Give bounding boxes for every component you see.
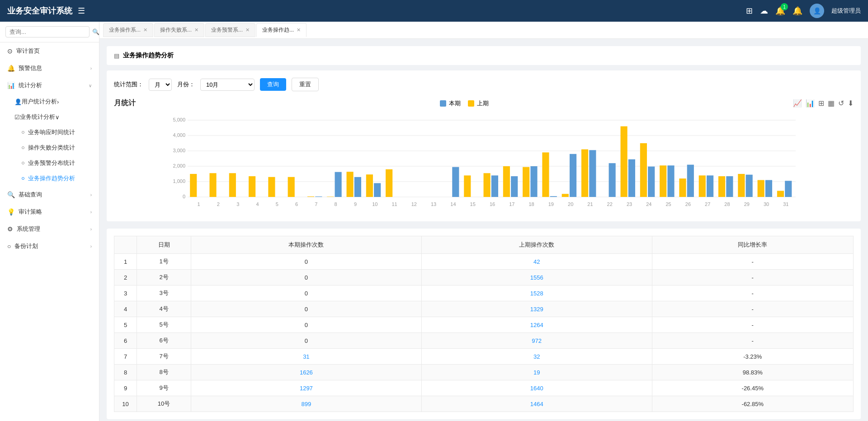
cell-prev[interactable]: 32 xyxy=(421,349,652,365)
sidebar-item-biz-stats[interactable]: ☑ 业务统计分析 ∨ xyxy=(7,109,99,125)
cell-date: 10号 xyxy=(137,396,191,412)
legend-prev: 上期 xyxy=(468,99,489,108)
filter-month-select[interactable]: 10月 xyxy=(200,79,255,91)
tab-1[interactable]: 操作失败系... ✕ xyxy=(154,23,204,37)
chart-download-icon[interactable]: ⬇ xyxy=(848,99,854,108)
cell-current[interactable]: 899 xyxy=(191,396,422,412)
sidebar-item-user-stats[interactable]: 👤 用户统计分析 › xyxy=(7,94,99,109)
prev-link[interactable]: 1464 xyxy=(530,401,543,407)
cloud-icon[interactable]: ☁ xyxy=(760,6,768,16)
tab-1-close[interactable]: ✕ xyxy=(194,27,198,33)
current-link[interactable]: 899 xyxy=(302,401,311,407)
tab-2-close[interactable]: ✕ xyxy=(245,27,250,33)
cell-index: 10 xyxy=(114,396,137,412)
chart-bar-icon[interactable]: 📊 xyxy=(806,99,815,108)
sidebar-item-sys-mgmt[interactable]: ⚙ 系统管理 › xyxy=(0,220,99,238)
prev-link[interactable]: 1556 xyxy=(530,274,543,281)
cell-current: 0 xyxy=(191,317,422,333)
cell-current[interactable]: 31 xyxy=(191,349,422,365)
sidebar-item-backup[interactable]: ○ 备份计划 › xyxy=(0,238,99,255)
basic-query-arrow: › xyxy=(90,192,92,197)
cell-prev[interactable]: 972 xyxy=(421,333,652,349)
cell-prev[interactable]: 42 xyxy=(421,254,652,270)
query-button[interactable]: 查询 xyxy=(260,78,286,91)
cell-prev[interactable]: 1264 xyxy=(421,317,652,333)
bell-icon[interactable]: 🔔 1 xyxy=(775,6,785,16)
prev-link[interactable]: 1264 xyxy=(530,322,543,328)
cell-index: 1 xyxy=(114,254,137,270)
sidebar-item-alert[interactable]: 🔔 预警信息 › xyxy=(0,60,99,77)
cell-prev[interactable]: 1640 xyxy=(421,380,652,396)
header-left: 业务安全审计系统 ☰ xyxy=(7,5,85,16)
prev-link[interactable]: 1528 xyxy=(530,290,543,297)
sidebar: 🔍 ↺ ⊙ 审计首页 🔔 预警信息 › 📊 统计分析 ∨ 👤 用户统计分析 › xyxy=(0,22,99,421)
x-label-22: 22 xyxy=(607,201,613,207)
x-label-20: 20 xyxy=(568,201,573,207)
current-link[interactable]: 1626 xyxy=(300,369,313,376)
search-button[interactable]: 🔍 xyxy=(92,28,99,35)
cell-current[interactable]: 1626 xyxy=(191,365,422,380)
avatar[interactable]: 👤 xyxy=(810,4,824,18)
filter-range-select[interactable]: 月 xyxy=(149,79,172,91)
bar-prev-9 xyxy=(346,172,353,197)
cell-prev[interactable]: 1556 xyxy=(421,270,652,285)
bar-prev-24 xyxy=(640,143,647,197)
x-label-3: 3 xyxy=(236,201,239,207)
bar-current-7 xyxy=(315,196,322,197)
bar-current-8 xyxy=(335,172,342,197)
chart-tools: 📈 📊 ⊞ ▦ ↺ ⬇ xyxy=(793,99,854,108)
tab-0[interactable]: 业务操作系... ✕ xyxy=(103,23,153,37)
bar-current-20 xyxy=(570,154,576,197)
cell-prev[interactable]: 1528 xyxy=(421,285,652,301)
table-row: 66号0972- xyxy=(114,333,854,349)
bar-prev-11 xyxy=(386,169,392,197)
tab-3[interactable]: 业务操作趋... ✕ xyxy=(256,23,307,37)
sidebar-item-home[interactable]: ⊙ 审计首页 xyxy=(0,42,99,60)
tab-3-close[interactable]: ✕ xyxy=(297,27,301,33)
prev-link[interactable]: 19 xyxy=(533,369,540,376)
sidebar-item-fail-classify[interactable]: 操作失败分类统计 xyxy=(14,140,99,155)
cell-current: 0 xyxy=(191,285,422,301)
cell-rate: - xyxy=(652,254,853,270)
bar-prev-21 xyxy=(581,150,588,197)
cell-current: 0 xyxy=(191,333,422,349)
prev-link[interactable]: 42 xyxy=(533,258,540,265)
cell-date: 1号 xyxy=(137,254,191,270)
grid-icon[interactable]: ⊞ xyxy=(746,6,753,16)
current-link[interactable]: 1297 xyxy=(300,385,313,392)
cell-prev[interactable]: 19 xyxy=(421,365,652,380)
bar-prev-4 xyxy=(249,176,255,197)
current-link[interactable]: 31 xyxy=(303,353,309,360)
prev-link[interactable]: 32 xyxy=(533,353,540,360)
search-input[interactable] xyxy=(5,26,90,37)
chart-grid-icon[interactable]: ▦ xyxy=(828,99,835,108)
sidebar-item-stats[interactable]: 📊 统计分析 ∨ xyxy=(0,77,99,94)
cell-current[interactable]: 1297 xyxy=(191,380,422,396)
table-row: 77号3132-3.23% xyxy=(114,349,854,365)
tab-0-close[interactable]: ✕ xyxy=(143,27,147,33)
content: ▤ 业务操作趋势分析 统计范围： 月 月份： 10月 查询 重置 xyxy=(99,39,868,421)
sidebar-item-alert-dist[interactable]: 业务预警分布统计 xyxy=(14,155,99,171)
x-label-18: 18 xyxy=(528,201,534,207)
chart-refresh-icon[interactable]: ↺ xyxy=(838,99,844,108)
sidebar-item-response-time[interactable]: 业务响应时间统计 xyxy=(14,125,99,140)
chart-header: 月统计 本期 上期 📈 📊 ⊞ xyxy=(114,98,854,108)
menu-icon[interactable]: ☰ xyxy=(78,6,85,16)
bar-prev-1 xyxy=(190,174,197,197)
sidebar-item-basic-query[interactable]: 🔍 基础查询 › xyxy=(0,186,99,203)
prev-link[interactable]: 1329 xyxy=(530,306,543,313)
sidebar-item-stats-label: 统计分析 xyxy=(19,81,42,89)
cell-prev[interactable]: 1329 xyxy=(421,301,652,317)
tab-2[interactable]: 业务预警系... ✕ xyxy=(205,23,255,37)
chart-line-icon[interactable]: 📈 xyxy=(793,99,802,108)
sidebar-item-op-trend[interactable]: 业务操作趋势分析 xyxy=(14,171,99,186)
prev-link[interactable]: 972 xyxy=(532,337,542,344)
chart-stack-icon[interactable]: ⊞ xyxy=(818,99,824,108)
prev-link[interactable]: 1640 xyxy=(530,385,543,392)
bar-current-19 xyxy=(550,196,557,197)
reset-button[interactable]: 重置 xyxy=(292,78,319,91)
cell-prev[interactable]: 1464 xyxy=(421,396,652,412)
bar-chart-svg: 5,000 4,000 3,000 2,000 1,000 0 1234567 xyxy=(114,113,854,213)
alert-icon[interactable]: 🔔 xyxy=(793,6,802,16)
sidebar-item-audit-policy[interactable]: 💡 审计策略 › xyxy=(0,203,99,220)
